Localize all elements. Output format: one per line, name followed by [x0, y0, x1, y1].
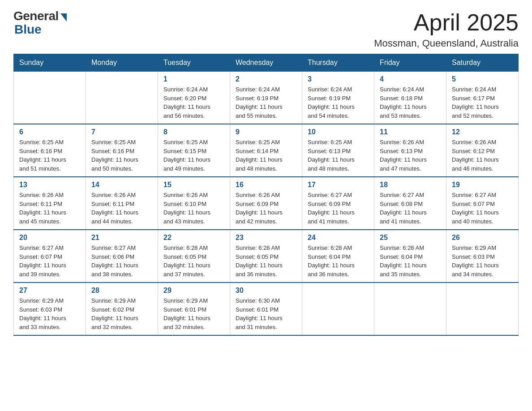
day-number: 19 [452, 181, 513, 189]
calendar-day-cell [374, 283, 446, 335]
day-info: Sunrise: 6:26 AMSunset: 6:11 PMDaylight:… [91, 191, 152, 226]
calendar-day-cell: 30Sunrise: 6:30 AMSunset: 6:01 PMDayligh… [230, 283, 302, 335]
day-number: 26 [452, 234, 513, 242]
day-info: Sunrise: 6:28 AMSunset: 6:05 PMDaylight:… [163, 244, 224, 278]
day-number: 20 [19, 234, 80, 242]
logo-general-text: General [13, 9, 59, 23]
day-info: Sunrise: 6:24 AMSunset: 6:20 PMDaylight:… [163, 85, 224, 120]
page-subtitle: Mossman, Queensland, Australia [374, 38, 519, 49]
day-number: 6 [19, 128, 80, 136]
calendar-day-cell [446, 283, 519, 335]
logo-arrow-icon [60, 13, 67, 21]
day-number: 17 [308, 181, 369, 189]
day-number: 23 [236, 234, 296, 242]
calendar-day-cell: 11Sunrise: 6:26 AMSunset: 6:13 PMDayligh… [374, 124, 446, 177]
day-number: 14 [91, 181, 152, 189]
day-info: Sunrise: 6:29 AMSunset: 6:03 PMDaylight:… [452, 244, 513, 278]
day-info: Sunrise: 6:30 AMSunset: 6:01 PMDaylight:… [236, 296, 296, 331]
calendar-day-cell: 15Sunrise: 6:26 AMSunset: 6:10 PMDayligh… [158, 177, 230, 230]
calendar-day-header: Monday [86, 54, 158, 72]
calendar-day-header: Tuesday [158, 54, 230, 72]
day-number: 3 [308, 75, 369, 83]
day-info: Sunrise: 6:25 AMSunset: 6:16 PMDaylight:… [19, 138, 80, 173]
day-info: Sunrise: 6:24 AMSunset: 6:19 PMDaylight:… [236, 85, 296, 120]
calendar-day-cell: 1Sunrise: 6:24 AMSunset: 6:20 PMDaylight… [158, 72, 230, 124]
day-info: Sunrise: 6:26 AMSunset: 6:10 PMDaylight:… [163, 191, 224, 226]
day-number: 13 [19, 181, 80, 189]
calendar-day-cell: 20Sunrise: 6:27 AMSunset: 6:07 PMDayligh… [14, 230, 86, 283]
day-info: Sunrise: 6:28 AMSunset: 6:04 PMDaylight:… [380, 244, 441, 278]
calendar-day-cell: 26Sunrise: 6:29 AMSunset: 6:03 PMDayligh… [446, 230, 519, 283]
calendar-day-header: Thursday [302, 54, 374, 72]
day-info: Sunrise: 6:24 AMSunset: 6:19 PMDaylight:… [308, 85, 369, 120]
calendar-day-cell: 28Sunrise: 6:29 AMSunset: 6:02 PMDayligh… [86, 283, 158, 335]
day-number: 22 [163, 234, 224, 242]
calendar-day-cell: 27Sunrise: 6:29 AMSunset: 6:03 PMDayligh… [14, 283, 86, 335]
day-number: 27 [19, 287, 80, 295]
day-number: 24 [308, 234, 369, 242]
calendar-header-row: SundayMondayTuesdayWednesdayThursdayFrid… [14, 54, 519, 72]
calendar-day-cell: 6Sunrise: 6:25 AMSunset: 6:16 PMDaylight… [14, 124, 86, 177]
day-info: Sunrise: 6:26 AMSunset: 6:12 PMDaylight:… [452, 138, 513, 173]
calendar-week-row: 20Sunrise: 6:27 AMSunset: 6:07 PMDayligh… [14, 230, 519, 283]
calendar-week-row: 27Sunrise: 6:29 AMSunset: 6:03 PMDayligh… [14, 283, 519, 335]
day-info: Sunrise: 6:27 AMSunset: 6:07 PMDaylight:… [452, 191, 513, 226]
calendar-week-row: 1Sunrise: 6:24 AMSunset: 6:20 PMDaylight… [14, 72, 519, 124]
calendar-day-cell: 4Sunrise: 6:24 AMSunset: 6:18 PMDaylight… [374, 72, 446, 124]
title-section: April 2025 Mossman, Queensland, Australi… [374, 9, 519, 49]
calendar-day-cell: 19Sunrise: 6:27 AMSunset: 6:07 PMDayligh… [446, 177, 519, 230]
day-number: 25 [380, 234, 441, 242]
logo-blue-text: Blue [13, 22, 42, 36]
day-info: Sunrise: 6:25 AMSunset: 6:14 PMDaylight:… [236, 138, 296, 173]
page-title: April 2025 [374, 9, 519, 36]
calendar-table: SundayMondayTuesdayWednesdayThursdayFrid… [13, 54, 519, 336]
day-number: 16 [236, 181, 296, 189]
day-info: Sunrise: 6:24 AMSunset: 6:18 PMDaylight:… [380, 85, 441, 120]
calendar-day-cell [14, 72, 86, 124]
calendar-day-cell: 13Sunrise: 6:26 AMSunset: 6:11 PMDayligh… [14, 177, 86, 230]
day-info: Sunrise: 6:29 AMSunset: 6:01 PMDaylight:… [163, 296, 224, 331]
day-info: Sunrise: 6:24 AMSunset: 6:17 PMDaylight:… [452, 85, 513, 120]
calendar-day-cell: 10Sunrise: 6:25 AMSunset: 6:13 PMDayligh… [302, 124, 374, 177]
calendar-day-header: Friday [374, 54, 446, 72]
day-info: Sunrise: 6:29 AMSunset: 6:03 PMDaylight:… [19, 296, 80, 331]
day-number: 10 [308, 128, 369, 136]
day-number: 4 [380, 75, 441, 83]
calendar-day-cell [302, 283, 374, 335]
calendar-day-cell: 12Sunrise: 6:26 AMSunset: 6:12 PMDayligh… [446, 124, 519, 177]
calendar-day-cell: 14Sunrise: 6:26 AMSunset: 6:11 PMDayligh… [86, 177, 158, 230]
day-info: Sunrise: 6:25 AMSunset: 6:15 PMDaylight:… [163, 138, 224, 173]
calendar-day-cell: 17Sunrise: 6:27 AMSunset: 6:09 PMDayligh… [302, 177, 374, 230]
day-info: Sunrise: 6:27 AMSunset: 6:08 PMDaylight:… [380, 191, 441, 226]
day-info: Sunrise: 6:28 AMSunset: 6:04 PMDaylight:… [308, 244, 369, 278]
calendar-day-cell: 25Sunrise: 6:28 AMSunset: 6:04 PMDayligh… [374, 230, 446, 283]
day-info: Sunrise: 6:28 AMSunset: 6:05 PMDaylight:… [236, 244, 296, 278]
day-info: Sunrise: 6:27 AMSunset: 6:09 PMDaylight:… [308, 191, 369, 226]
calendar-day-cell: 18Sunrise: 6:27 AMSunset: 6:08 PMDayligh… [374, 177, 446, 230]
day-number: 5 [452, 75, 513, 83]
calendar-day-cell: 16Sunrise: 6:26 AMSunset: 6:09 PMDayligh… [230, 177, 302, 230]
calendar-day-cell: 2Sunrise: 6:24 AMSunset: 6:19 PMDaylight… [230, 72, 302, 124]
day-number: 15 [163, 181, 224, 189]
calendar-day-cell: 22Sunrise: 6:28 AMSunset: 6:05 PMDayligh… [158, 230, 230, 283]
day-number: 29 [163, 287, 224, 295]
day-number: 12 [452, 128, 513, 136]
day-number: 30 [236, 287, 296, 295]
calendar-day-cell: 7Sunrise: 6:25 AMSunset: 6:16 PMDaylight… [86, 124, 158, 177]
calendar-day-cell: 8Sunrise: 6:25 AMSunset: 6:15 PMDaylight… [158, 124, 230, 177]
calendar-day-header: Wednesday [230, 54, 302, 72]
day-number: 11 [380, 128, 441, 136]
day-number: 21 [91, 234, 152, 242]
day-info: Sunrise: 6:27 AMSunset: 6:07 PMDaylight:… [19, 244, 80, 278]
page-header: General Blue April 2025 Mossman, Queensl… [13, 9, 519, 49]
day-number: 28 [91, 287, 152, 295]
day-info: Sunrise: 6:25 AMSunset: 6:16 PMDaylight:… [91, 138, 152, 173]
day-number: 2 [236, 75, 296, 83]
calendar-day-header: Saturday [446, 54, 519, 72]
calendar-day-cell: 24Sunrise: 6:28 AMSunset: 6:04 PMDayligh… [302, 230, 374, 283]
day-number: 9 [236, 128, 296, 136]
day-number: 1 [163, 75, 224, 83]
day-info: Sunrise: 6:26 AMSunset: 6:09 PMDaylight:… [236, 191, 296, 226]
logo: General Blue [13, 9, 67, 37]
day-info: Sunrise: 6:27 AMSunset: 6:06 PMDaylight:… [91, 244, 152, 278]
